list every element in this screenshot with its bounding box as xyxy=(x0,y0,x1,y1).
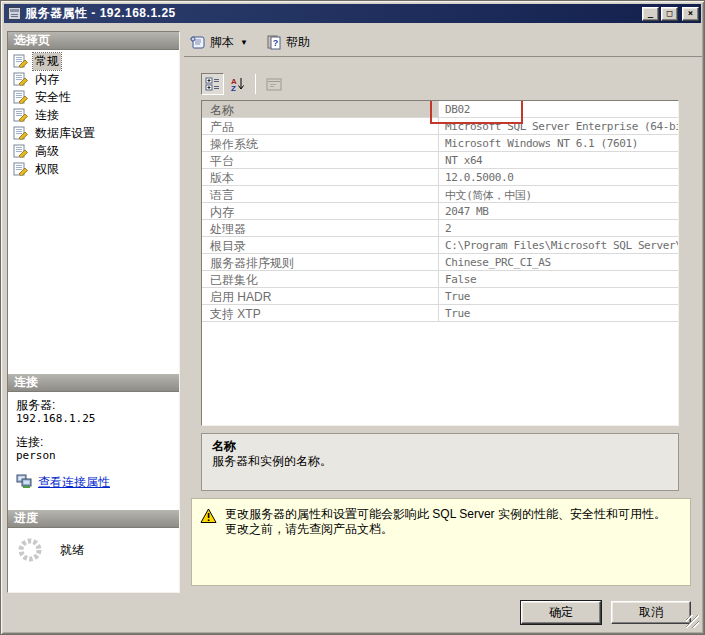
property-label: 操作系统 xyxy=(202,135,439,151)
sidebar-item-内存[interactable]: 内存 xyxy=(8,70,179,88)
pages-list: 常规 内存 安全性 连接 数据库设置 xyxy=(8,52,179,178)
maximize-button[interactable]: □ xyxy=(661,7,678,21)
property-value[interactable]: C:\Program Files\Microsoft SQL Server\MS… xyxy=(439,237,678,253)
dialog-icon xyxy=(8,7,21,20)
property-value[interactable]: DB02 xyxy=(439,101,678,117)
sidebar-item-安全性[interactable]: 安全性 xyxy=(8,88,179,106)
page-icon xyxy=(13,54,29,68)
help-label: 帮助 xyxy=(286,34,310,51)
property-label: 版本 xyxy=(202,169,439,185)
page-icon xyxy=(13,108,29,122)
property-label: 平台 xyxy=(202,152,439,168)
property-pages-button xyxy=(262,73,285,95)
categorized-button[interactable] xyxy=(201,73,224,95)
connection-label: 连接: xyxy=(16,435,171,449)
property-value[interactable]: 中文(简体，中国) xyxy=(439,186,678,202)
minimize-button[interactable]: _ xyxy=(642,7,659,21)
warning-line1: 更改服务器的属性和设置可能会影响此 SQL Server 实例的性能、安全性和可… xyxy=(225,507,666,522)
alphabetical-sort-icon: A Z xyxy=(230,77,246,92)
property-value[interactable]: 2 xyxy=(439,220,678,236)
property-row[interactable]: 内存 2047 MB xyxy=(202,203,678,220)
property-row[interactable]: 操作系统 Microsoft Windows NT 6.1 (7601) xyxy=(202,135,678,152)
title-bar[interactable]: 服务器属性 - 192.168.1.25 _ □ × xyxy=(4,4,701,23)
sidebar-page-label: 常规 xyxy=(33,53,61,70)
progress-spinner-icon xyxy=(16,536,44,564)
property-pages-icon xyxy=(266,78,282,91)
help-button[interactable]: ? 帮助 xyxy=(262,32,314,53)
script-dropdown-caret-icon[interactable]: ▼ xyxy=(240,38,248,47)
page-icon xyxy=(13,162,29,176)
property-value[interactable]: False xyxy=(439,271,678,287)
view-connection-properties-link[interactable]: 查看连接属性 xyxy=(16,474,171,489)
property-row[interactable]: 处理器 2 xyxy=(202,220,678,237)
script-label: 脚本 xyxy=(210,34,234,51)
sidebar-item-高级[interactable]: 高级 xyxy=(8,142,179,160)
property-value[interactable]: Microsoft Windows NT 6.1 (7601) xyxy=(439,135,678,151)
close-button[interactable]: × xyxy=(682,7,699,21)
sidebar-page-label: 数据库设置 xyxy=(33,125,97,142)
sidebar: 选择页 常规 内存 安全性 连接 xyxy=(7,31,180,593)
property-row[interactable]: 启用 HADR True xyxy=(202,288,678,305)
script-button[interactable]: 脚本 ▼ xyxy=(186,32,252,53)
sidebar-page-label: 高级 xyxy=(33,143,61,160)
sidebar-page-label: 内存 xyxy=(33,71,61,88)
sidebar-item-权限[interactable]: 权限 xyxy=(8,160,179,178)
connection-panel: 服务器: 192.168.1.25 连接: person 查看连接属性 xyxy=(8,392,179,495)
property-grid: 名称 DB02 产品 Microsoft SQL Server Enterpri… xyxy=(201,100,679,426)
property-label: 启用 HADR xyxy=(202,288,439,304)
property-row[interactable]: 产品 Microsoft SQL Server Enterprise (64-b… xyxy=(202,118,678,135)
property-value[interactable]: 12.0.5000.0 xyxy=(439,169,678,185)
resize-grip[interactable] xyxy=(686,615,699,628)
property-value[interactable]: True xyxy=(439,288,678,304)
description-title: 名称 xyxy=(212,439,668,454)
svg-text:Z: Z xyxy=(231,84,236,92)
sidebar-item-数据库设置[interactable]: 数据库设置 xyxy=(8,124,179,142)
property-row[interactable]: 名称 DB02 xyxy=(202,101,678,118)
connection-value: person xyxy=(16,449,171,463)
page-icon xyxy=(13,144,29,158)
script-icon xyxy=(190,35,206,50)
property-label: 内存 xyxy=(202,203,439,219)
property-row[interactable]: 服务器排序规则 Chinese_PRC_CI_AS xyxy=(202,254,678,271)
property-label: 已群集化 xyxy=(202,271,439,287)
property-value[interactable]: 2047 MB xyxy=(439,203,678,219)
server-value: 192.168.1.25 xyxy=(16,412,171,426)
property-row[interactable]: 版本 12.0.5000.0 xyxy=(202,169,678,186)
property-row[interactable]: 平台 NT x64 xyxy=(202,152,678,169)
property-label: 根目录 xyxy=(202,237,439,253)
property-value[interactable]: Chinese_PRC_CI_AS xyxy=(439,254,678,270)
property-label: 产品 xyxy=(202,118,439,134)
property-row[interactable]: 根目录 C:\Program Files\Microsoft SQL Serve… xyxy=(202,237,678,254)
page-icon xyxy=(13,126,29,140)
property-label: 服务器排序规则 xyxy=(202,254,439,270)
warning-panel: 更改服务器的属性和设置可能会影响此 SQL Server 实例的性能、安全性和可… xyxy=(191,498,691,586)
property-grid-toolbar: A Z xyxy=(201,72,285,96)
toolbar-separator xyxy=(255,74,256,94)
dialog-toolbar: 脚本 ▼ ? 帮助 xyxy=(184,28,702,57)
property-row[interactable]: 已群集化 False xyxy=(202,271,678,288)
categorized-icon xyxy=(205,77,221,91)
property-row[interactable]: 支持 XTP True xyxy=(202,305,678,322)
property-value[interactable]: NT x64 xyxy=(439,152,678,168)
sidebar-item-常规[interactable]: 常规 xyxy=(8,52,179,70)
warning-icon xyxy=(200,508,217,524)
ok-button[interactable]: 确定 xyxy=(521,601,601,624)
property-value[interactable]: True xyxy=(439,305,678,321)
svg-text:?: ? xyxy=(273,38,279,48)
help-icon: ? xyxy=(266,35,282,50)
property-value[interactable]: Microsoft SQL Server Enterprise (64-bit) xyxy=(439,118,678,134)
alphabetical-sort-button[interactable]: A Z xyxy=(226,73,249,95)
select-page-header: 选择页 xyxy=(8,32,179,50)
server-label: 服务器: xyxy=(16,398,171,412)
sidebar-item-连接[interactable]: 连接 xyxy=(8,106,179,124)
cancel-button[interactable]: 取消 xyxy=(611,601,691,624)
view-connection-properties-label[interactable]: 查看连接属性 xyxy=(38,475,110,489)
property-row[interactable]: 语言 中文(简体，中国) xyxy=(202,186,678,203)
property-label: 名称 xyxy=(202,101,439,117)
sidebar-page-label: 权限 xyxy=(33,161,61,178)
connection-properties-icon xyxy=(16,474,33,489)
dialog-title: 服务器属性 - 192.168.1.25 xyxy=(25,5,642,22)
property-label: 支持 XTP xyxy=(202,305,439,321)
page-icon xyxy=(13,90,29,104)
server-properties-dialog: 服务器属性 - 192.168.1.25 _ □ × 脚本 ▼ ? 帮助 xyxy=(0,0,705,635)
